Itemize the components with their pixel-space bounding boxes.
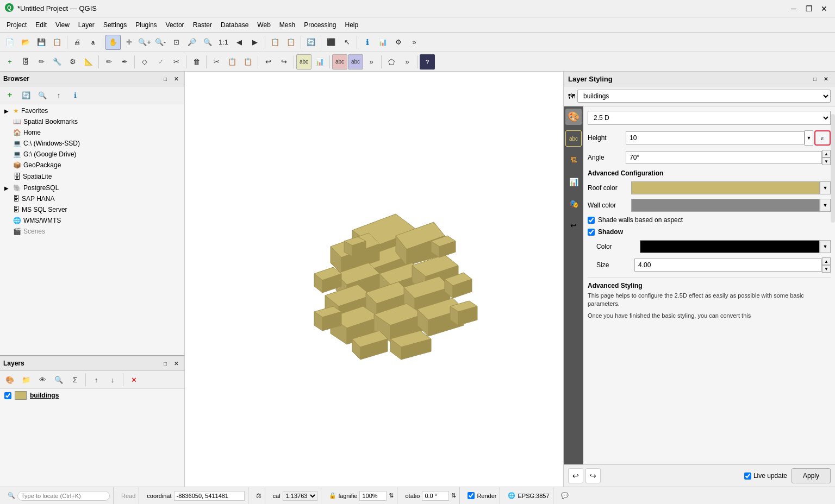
menu-project[interactable]: Project <box>2 19 31 31</box>
label-btn1[interactable]: abc <box>296 54 311 70</box>
tree-item-wms[interactable]: 🌐WMS/WMTS <box>1 215 183 226</box>
style-tab-mask[interactable]: 🎭 <box>565 196 582 212</box>
menu-edit[interactable]: Edit <box>31 19 51 31</box>
layers-collapse-button[interactable]: □ <box>160 358 170 368</box>
copy-button[interactable]: 📋 <box>225 54 240 70</box>
render-checkbox[interactable] <box>468 492 475 499</box>
help2-button[interactable]: ? <box>420 54 435 70</box>
tree-item-bookmarks[interactable]: 📖Spatial Bookmarks <box>1 116 183 127</box>
zoom-previous-button[interactable]: ◀ <box>232 35 247 50</box>
magnify-input[interactable] <box>359 491 387 501</box>
browser-filter-button[interactable]: 🔍 <box>35 87 50 103</box>
roof-color-swatch[interactable] <box>631 181 820 194</box>
shadow-size-input[interactable] <box>634 259 822 272</box>
label-btn3[interactable]: abc <box>348 54 363 70</box>
height-input[interactable] <box>626 131 805 144</box>
restore-button[interactable]: ❐ <box>802 2 815 15</box>
add-feature-button[interactable]: ✒ <box>117 54 132 70</box>
tree-item-postgresql[interactable]: ▶🐘PostgreSQL <box>1 182 183 193</box>
chart-btn[interactable]: 📊 <box>312 54 327 70</box>
new-project-button[interactable]: 📄 <box>2 35 17 50</box>
minimize-button[interactable]: ─ <box>787 2 800 15</box>
select-button[interactable]: 📋 <box>283 35 298 50</box>
layer-item-buildings[interactable]: buildings <box>0 389 184 402</box>
wall-color-dropdown[interactable]: ▼ <box>820 199 831 212</box>
filter-by-expression-button[interactable]: Σ <box>67 372 83 387</box>
apply-button[interactable]: Apply <box>792 468 831 483</box>
zoom-next-button[interactable]: ▶ <box>247 35 263 50</box>
browser-add-button[interactable]: + <box>2 87 17 103</box>
reshape-button[interactable]: ⟋ <box>153 54 168 70</box>
tree-item-spatialite[interactable]: 🗄SpatiaLite <box>1 171 183 182</box>
close-button[interactable]: ✕ <box>818 2 831 15</box>
scale-selector[interactable]: 1:13763 <box>283 491 317 501</box>
rotation-input[interactable] <box>422 491 449 501</box>
pan-to-selection-button[interactable]: ✛ <box>121 35 136 50</box>
renderer-selector[interactable]: 2.5 D <box>588 111 831 125</box>
more-digitize-button[interactable]: » <box>400 54 415 70</box>
crs-status[interactable]: 🌐 EPSG:3857 <box>504 487 553 504</box>
shadow-checkbox[interactable] <box>588 229 595 236</box>
more-button[interactable]: » <box>407 35 422 50</box>
style-tab-paint[interactable]: 🎨 <box>565 109 582 125</box>
menu-database[interactable]: Database <box>216 19 253 31</box>
height-dropdown-button[interactable]: ▼ <box>805 130 813 146</box>
style-tab-history[interactable]: ↩ <box>565 217 582 234</box>
menu-processing[interactable]: Processing <box>300 19 340 31</box>
move-layer-up-button[interactable]: ↑ <box>89 372 104 387</box>
layers-close-button[interactable]: ✕ <box>171 358 181 368</box>
info-button[interactable]: ℹ <box>359 35 375 50</box>
style-tab-diagram[interactable]: 📊 <box>565 174 582 190</box>
styling-dock-button[interactable]: □ <box>810 74 820 84</box>
remove-layer-button[interactable]: ✕ <box>126 372 141 387</box>
zoom-in-button[interactable]: 🔍+ <box>137 35 152 50</box>
height-epsilon-button[interactable]: ε <box>814 130 831 146</box>
label-btn2[interactable]: abc <box>332 54 347 70</box>
processing-button[interactable]: ⚙ <box>65 54 80 70</box>
browser-collapse-all-button[interactable]: ↑ <box>51 87 66 103</box>
menu-vector[interactable]: Vector <box>161 19 189 31</box>
menu-web[interactable]: Web <box>253 19 275 31</box>
redo-button[interactable]: ↪ <box>276 54 291 70</box>
tree-item-scenes[interactable]: 🎬Scenes <box>1 226 183 237</box>
roof-color-dropdown[interactable]: ▼ <box>820 181 831 194</box>
browser-close-button[interactable]: ✕ <box>171 74 181 84</box>
menu-view[interactable]: View <box>51 19 74 31</box>
browser-refresh-button[interactable]: 🔄 <box>18 87 34 103</box>
tree-item-ms-sql[interactable]: 🗄MS SQL Server <box>1 204 183 215</box>
browser-info-button[interactable]: ℹ <box>67 87 83 103</box>
paste-button[interactable]: 📋 <box>240 54 256 70</box>
tree-item-geopackage[interactable]: 📦GeoPackage <box>1 160 183 171</box>
shadow-color-dropdown[interactable]: ▼ <box>820 240 831 253</box>
tree-item-google-drive[interactable]: 💻G:\ (Google Drive) <box>1 149 183 160</box>
open-layer-style-button[interactable]: 🎨 <box>2 372 17 387</box>
save-project-button[interactable]: 💾 <box>34 35 49 50</box>
angle-input[interactable] <box>626 151 822 164</box>
shadow-color-swatch[interactable] <box>640 240 820 253</box>
browser-collapse-button[interactable]: □ <box>160 74 170 84</box>
style-tab-abc1[interactable]: abc <box>565 130 582 147</box>
save-as-button[interactable]: 📋 <box>49 35 65 50</box>
menu-help[interactable]: Help <box>341 19 363 31</box>
style-forward-button[interactable]: ↪ <box>585 468 601 483</box>
coordinate-input[interactable] <box>174 491 245 501</box>
undo-button[interactable]: a <box>85 35 101 50</box>
styling-close-button[interactable]: ✕ <box>821 74 831 84</box>
menu-settings[interactable]: Settings <box>99 19 131 31</box>
cursor-button[interactable]: ↖ <box>339 35 354 50</box>
tree-item-windows-ssd[interactable]: 💻C:\ (Windows-SSD) <box>1 138 183 149</box>
layer-selector[interactable]: buildings <box>577 90 831 103</box>
shade-walls-checkbox[interactable] <box>588 217 595 224</box>
edit-pencil-button[interactable]: ✏ <box>101 54 116 70</box>
select-features-button[interactable]: ⬛ <box>323 35 339 50</box>
shadow-size-up[interactable]: ▲ <box>822 257 831 265</box>
angle-spinner-up[interactable]: ▲ <box>822 150 831 158</box>
wall-color-swatch[interactable] <box>631 199 820 212</box>
map-canvas[interactable]: .bldg-top { fill: #c8b870; stroke: #a090… <box>185 72 563 487</box>
move-layer-down-button[interactable]: ↓ <box>105 372 120 387</box>
menu-mesh[interactable]: Mesh <box>275 19 300 31</box>
zoom-full-button[interactable]: ⊡ <box>169 35 184 50</box>
stats-button[interactable]: 📊 <box>375 35 390 50</box>
zoom-selection-button[interactable]: 🔍 <box>200 35 215 50</box>
style-back-button[interactable]: ↩ <box>568 468 583 483</box>
